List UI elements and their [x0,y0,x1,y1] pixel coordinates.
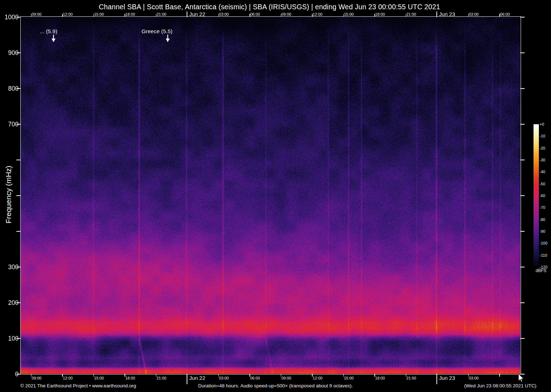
time-axis-label-bottom: 03:00 [469,376,479,380]
freq-axis-tick-left [16,160,21,160]
freq-axis-label: 0 [0,371,19,378]
y-axis-title: Frequency (mHz) [4,166,13,223]
event-annotation-label: Greece (5.5) [141,28,172,35]
colorbar-tick-label: -60 [540,194,545,198]
time-axis-label-bottom: Jun 23 [439,375,455,381]
time-axis-label-bottom: 12:00 [313,376,323,380]
time-axis-label-bottom: 06:00 [250,376,260,380]
time-axis-label-top: 12:00 [313,12,323,16]
spectrogram-page: Channel SBA | Scott Base, Antarctica (se… [0,0,551,392]
time-axis-datebar-bottom [187,374,187,384]
spectrogram-canvas [21,17,520,374]
freq-axis-label: 200 [0,299,19,307]
time-axis-label-bottom: 21:00 [406,376,416,380]
time-axis-label-top: 09:00 [282,12,292,16]
freq-axis-label: 100 [0,335,19,342]
time-axis-label-top: 15:00 [344,12,354,16]
time-axis-datebar-top [187,11,187,17]
time-axis-label-top: 06:00 [250,12,260,16]
freq-axis-tick-right [520,195,525,196]
time-axis-label-bottom: 18:00 [375,376,385,380]
freq-axis-tick-right [520,338,525,339]
event-annotation-label: ... (5.9) [40,28,57,35]
time-axis-label-bottom: 21:00 [157,376,167,380]
colorbar-tick-label: -120 [540,265,547,269]
time-axis-label-bottom: 09:00 [32,376,42,380]
time-axis-datebar-top [436,11,437,17]
chart-title: Channel SBA | Scott Base, Antarctica (se… [0,3,539,11]
time-axis-label-bottom: 03:00 [219,376,229,380]
colorbar [534,124,539,267]
freq-axis-label: 800 [0,85,19,92]
time-axis-datebar-bottom [436,374,437,384]
time-axis-label-top: 09:00 [32,12,42,16]
time-axis-label-top: 15:00 [94,12,104,16]
time-axis-label-bottom: 15:00 [344,376,354,380]
freq-axis-label: 700 [0,121,19,128]
colorbar-tick-label: -80 [540,217,545,222]
colorbar-tick-label: -20 [540,146,545,150]
freq-axis-tick-right [520,231,525,232]
time-axis-label-top: 03:00 [469,12,479,16]
time-axis-tick-bottom [499,374,500,377]
freq-axis-tick-right [520,17,525,17]
freq-axis-tick-left [16,231,21,232]
freq-axis-label: 300 [0,263,19,271]
freq-axis-tick-right [520,88,525,89]
time-axis-label-top: 03:00 [219,12,229,16]
colorbar-tick-label: -50 [540,182,545,186]
time-axis-label-top: 06:00 [500,12,510,16]
freq-axis-label: 1000 [0,14,19,21]
footer-timestamp: (Wed Jun 23 08:00:55 2021 UTC) [464,383,536,388]
time-axis-label-bottom: 12:00 [63,376,73,380]
time-axis-label-bottom: Jun 22 [189,375,205,381]
time-axis-label-bottom: 09:00 [282,376,292,380]
time-axis-label-bottom: 15:00 [94,376,104,380]
time-axis-label-top: 12:00 [63,12,73,16]
colorbar-tick-label: -90 [540,229,545,233]
freq-axis-tick-right [520,160,525,160]
colorbar-tick-label: -110 [540,253,547,257]
time-axis-label-bottom: 18:00 [125,376,135,380]
freq-axis-tick-right [520,124,525,125]
mouse-cursor-icon [518,373,525,383]
freq-axis-tick-left [16,195,21,196]
freq-axis-tick-right [520,267,525,267]
event-annotation-arrow-icon [51,35,56,42]
colorbar-tick-label: +0 [540,122,544,126]
colorbar-tick-label: -40 [540,170,545,174]
time-axis-label-top: Jun 22 [189,11,205,17]
colorbar-tick-label: -100 [540,241,547,245]
freq-axis-tick-right [520,302,525,303]
time-axis-label-top: 18:00 [125,12,135,16]
colorbar-tick-label: -10 [540,134,545,138]
colorbar-tick-label: -30 [540,158,545,162]
freq-axis-tick-right [520,374,525,375]
colorbar-tick-label: -70 [540,205,545,210]
time-axis-label-top: 18:00 [375,12,385,16]
time-axis-label-top: Jun 23 [439,11,455,17]
event-annotation-arrow-icon [165,35,170,42]
freq-axis-tick-right [520,52,525,53]
time-axis-label-top: 21:00 [406,12,416,16]
time-axis-label-top: 21:00 [157,12,167,16]
freq-axis-label: 900 [0,49,19,57]
